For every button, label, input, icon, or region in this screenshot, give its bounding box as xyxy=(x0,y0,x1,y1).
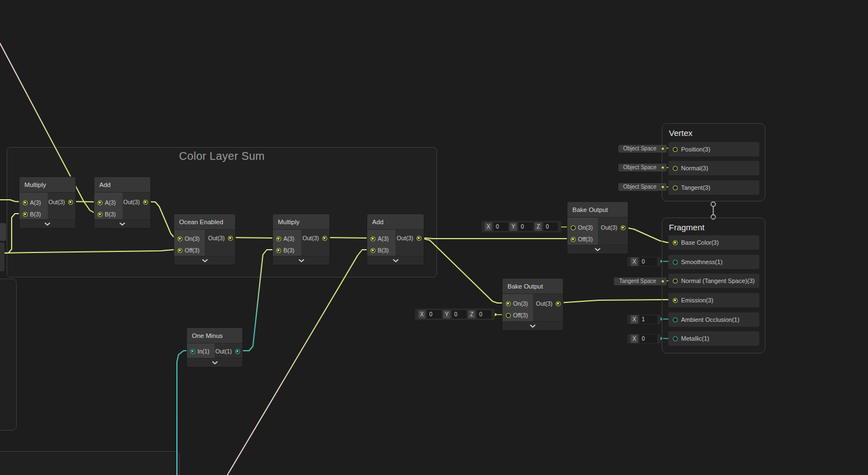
axis-label-z[interactable]: Z xyxy=(535,223,542,231)
port-in[interactable] xyxy=(673,317,678,322)
clipped-node[interactable] xyxy=(0,242,4,271)
collapse-chevron[interactable] xyxy=(502,321,563,330)
block-ambient-occlusion-1[interactable]: Ambient Occlusion(1) xyxy=(668,312,759,327)
axis-label-z[interactable]: Z xyxy=(468,310,475,319)
node-title[interactable]: Bake Output xyxy=(502,279,563,294)
axis-label-x[interactable]: X xyxy=(631,257,638,266)
value-field[interactable]: 0 xyxy=(494,223,508,231)
edge-ocean-to-multiply2-a[interactable] xyxy=(230,238,278,238)
port-in[interactable] xyxy=(673,240,678,245)
space-dropdown-tangent-space[interactable]: Tangent Space xyxy=(614,277,667,285)
port-out[interactable] xyxy=(228,236,233,241)
axis-label-x[interactable]: X xyxy=(418,310,425,319)
block-normal-tangent-space-3[interactable]: Normal (Tangent Space)(3) xyxy=(668,274,759,288)
node-title[interactable]: Add xyxy=(94,177,150,193)
node-bake-output-1[interactable]: Bake OutputOn(3)Off(3)Out(3) xyxy=(567,201,628,254)
port-in[interactable] xyxy=(23,212,28,217)
port-in[interactable] xyxy=(370,248,375,253)
value-field[interactable]: 0 xyxy=(477,310,491,319)
collapse-chevron[interactable] xyxy=(187,358,242,367)
block-smoothness-1[interactable]: Smoothness(1) xyxy=(668,255,759,269)
edge-to-add2-b[interactable] xyxy=(227,250,372,475)
collapse-chevron[interactable] xyxy=(94,219,150,228)
axis-label-x[interactable]: X xyxy=(485,223,492,231)
block-position-3[interactable]: Position(3) xyxy=(668,142,759,156)
space-dropdown-object-space[interactable]: Object Space xyxy=(618,183,667,191)
port-out[interactable] xyxy=(235,349,240,354)
port-out[interactable] xyxy=(417,236,422,241)
value-field[interactable]: 0 xyxy=(452,310,466,319)
port-in[interactable] xyxy=(177,236,182,241)
edge-add2-to-bake1-off[interactable] xyxy=(419,238,572,239)
port-out[interactable] xyxy=(322,236,327,241)
clipped-node[interactable] xyxy=(0,223,6,241)
axis-label-x[interactable]: X xyxy=(631,315,638,324)
port-in[interactable] xyxy=(673,185,678,190)
port-in[interactable] xyxy=(571,237,576,242)
port-in[interactable] xyxy=(177,248,182,253)
node-multiply-2[interactable]: MultiplyA(3)B(3)Out(3) xyxy=(272,214,330,265)
block-base-color-3[interactable]: Base Color(3) xyxy=(668,235,759,250)
port-in[interactable] xyxy=(506,313,511,318)
node-add-2[interactable]: AddA(3)B(3)Out(3) xyxy=(367,214,424,265)
collapse-chevron[interactable] xyxy=(19,219,75,228)
collapse-chevron[interactable] xyxy=(174,256,235,265)
node-multiply-1[interactable]: MultiplyA(3)B(3)Out(3) xyxy=(19,176,76,229)
stack-fragment[interactable]: FragmentBase Color(3)Smoothness(1)Normal… xyxy=(662,218,765,353)
node-title[interactable]: Multiply xyxy=(19,177,75,193)
collapse-chevron[interactable] xyxy=(367,256,424,265)
node-bake-output-2[interactable]: Bake OutputOn(3)Off(3)Out(3) xyxy=(502,278,564,331)
edge-bake2-to-emission[interactable] xyxy=(557,300,674,303)
port-in[interactable] xyxy=(276,236,281,241)
node-one-minus[interactable]: One MinusIn(1)Out(1) xyxy=(186,327,243,367)
port-in[interactable] xyxy=(673,147,678,152)
block-metallic-1[interactable]: Metallic(1) xyxy=(668,331,759,346)
edge-multiply2-to-add2-a[interactable] xyxy=(324,238,372,238)
stack-vertex[interactable]: VertexPosition(3)Normal(3)Tangent(3) xyxy=(662,123,765,201)
node-title[interactable]: Ocean Enabled xyxy=(174,214,235,230)
edge-add2-to-bake2-on[interactable] xyxy=(419,238,507,303)
port-in[interactable] xyxy=(506,301,511,306)
port-out[interactable] xyxy=(621,225,626,230)
port-in[interactable] xyxy=(276,248,281,253)
value-field[interactable]: 0 xyxy=(544,223,558,231)
port-out[interactable] xyxy=(556,301,561,306)
port-in[interactable] xyxy=(673,279,678,284)
axis-label-y[interactable]: Y xyxy=(510,223,517,231)
node-title[interactable]: One Minus xyxy=(187,328,242,343)
edge-to-ocean-off[interactable] xyxy=(0,250,179,253)
port-in[interactable] xyxy=(98,200,103,205)
port-out[interactable] xyxy=(68,200,73,205)
value-field[interactable]: 0 xyxy=(639,257,657,266)
port-in[interactable] xyxy=(98,212,103,217)
block-tangent-3[interactable]: Tangent(3) xyxy=(668,180,759,195)
axis-label-x[interactable]: X xyxy=(631,335,638,343)
collapse-chevron[interactable] xyxy=(273,256,329,265)
node-ocean-enabled[interactable]: Ocean EnabledOn(3)Off(3)Out(3) xyxy=(174,214,236,265)
port-in[interactable] xyxy=(370,236,375,241)
value-field[interactable]: 1 xyxy=(639,315,657,324)
space-dropdown-object-space[interactable]: Object Space xyxy=(618,164,667,171)
port-in[interactable] xyxy=(673,166,678,171)
port-in[interactable] xyxy=(673,336,678,341)
port-in[interactable] xyxy=(190,349,195,354)
value-field[interactable]: 0 xyxy=(519,223,533,231)
edge-oneminus-to-multiply2-b[interactable] xyxy=(237,250,278,351)
port-in[interactable] xyxy=(673,298,678,303)
node-title[interactable]: Multiply xyxy=(273,214,329,230)
block-normal-3[interactable]: Normal(3) xyxy=(668,161,759,175)
node-title[interactable]: Bake Output xyxy=(567,202,628,218)
port-in[interactable] xyxy=(23,200,28,205)
edge-oneminus-in[interactable] xyxy=(177,351,192,475)
node-add-1[interactable]: AddA(3)B(3)Out(3) xyxy=(94,176,151,229)
port-out[interactable] xyxy=(143,200,148,205)
port-in[interactable] xyxy=(673,260,678,265)
value-field[interactable]: 0 xyxy=(427,310,441,319)
node-title[interactable]: Add xyxy=(367,214,424,230)
collapse-chevron[interactable] xyxy=(567,245,628,254)
space-dropdown-object-space[interactable]: Object Space xyxy=(618,145,667,153)
block-emission-3[interactable]: Emission(3) xyxy=(668,293,759,307)
port-in[interactable] xyxy=(571,225,576,230)
value-field[interactable]: 0 xyxy=(639,335,657,343)
axis-label-y[interactable]: Y xyxy=(443,310,450,319)
